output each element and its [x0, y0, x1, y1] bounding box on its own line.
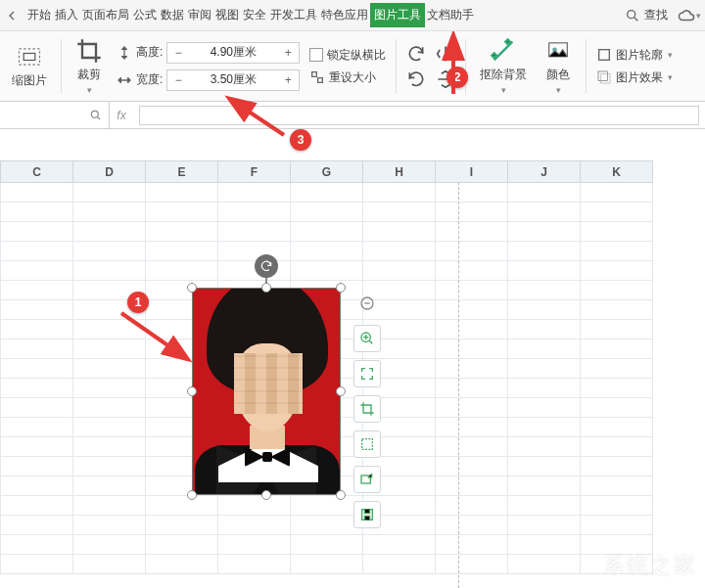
width-spinner[interactable]: − +: [166, 69, 300, 91]
resize-handle-ml[interactable]: [187, 386, 197, 396]
outline-label: 图片轮廓: [616, 47, 663, 64]
svg-rect-1: [20, 49, 40, 65]
resize-handle-br[interactable]: [336, 490, 346, 500]
width-increase-button[interactable]: +: [277, 70, 299, 90]
menu-start[interactable]: 开始: [25, 3, 53, 27]
menu-security[interactable]: 安全: [241, 3, 268, 27]
floating-image-toolbar: [352, 290, 382, 528]
height-spinner[interactable]: − +: [166, 42, 300, 64]
menu-view[interactable]: 视图: [213, 3, 241, 27]
remove-bg-label: 抠除背景: [480, 67, 527, 83]
lock-aspect-label: 锁定纵横比: [327, 47, 386, 64]
id-photo: [192, 288, 341, 495]
height-decrease-button[interactable]: −: [167, 43, 189, 63]
col-header[interactable]: K: [581, 161, 653, 183]
zoom-out-button[interactable]: [353, 290, 381, 317]
menu-data[interactable]: 数据: [159, 3, 186, 27]
selected-image[interactable]: [192, 288, 341, 495]
rotate-handle[interactable]: [255, 254, 278, 278]
svg-rect-2: [24, 54, 35, 61]
menu-review[interactable]: 审阅: [186, 3, 213, 27]
resize-handle-bl[interactable]: [187, 490, 197, 500]
width-icon: [117, 72, 132, 88]
menu-devtools[interactable]: 开发工具: [268, 3, 319, 27]
annotation-callout-3: 3: [290, 129, 311, 151]
svg-rect-6: [598, 71, 607, 80]
rotate-left-icon[interactable]: [406, 69, 426, 89]
height-label: 高度:: [136, 44, 163, 61]
resize-handle-tr[interactable]: [336, 283, 346, 293]
col-header[interactable]: D: [73, 161, 146, 183]
picture-effects-button[interactable]: 图片效果▾: [596, 69, 673, 86]
reset-size-icon: [309, 69, 325, 85]
height-input[interactable]: [189, 46, 277, 60]
rotate-right-icon[interactable]: [406, 44, 426, 64]
menu-dochelper[interactable]: 文档助手: [425, 3, 476, 27]
menu-special[interactable]: 特色应用: [319, 3, 370, 27]
cloud-dropdown-icon[interactable]: ▾: [696, 11, 701, 21]
search-small-icon: [89, 109, 103, 122]
annotation-arrow-3: [223, 94, 292, 141]
search-label: 查找: [644, 7, 668, 23]
compress-image-button[interactable]: 缩图片: [8, 41, 51, 91]
svg-rect-7: [601, 74, 610, 83]
col-header[interactable]: H: [363, 161, 436, 183]
crop-label: 裁剪: [77, 67, 101, 83]
effects-label: 图片效果: [616, 69, 663, 86]
resize-handle-bm[interactable]: [261, 490, 271, 500]
crop-icon: [75, 37, 103, 65]
menu-pagelayout[interactable]: 页面布局: [80, 3, 131, 27]
resize-handle-mr[interactable]: [336, 386, 346, 396]
reset-size-button[interactable]: 重设大小: [309, 69, 386, 86]
search-button[interactable]: 查找: [625, 7, 668, 23]
width-decrease-button[interactable]: −: [167, 70, 189, 90]
remove-background-button[interactable]: 抠除背景▾: [476, 35, 531, 97]
chevron-left-icon[interactable]: [4, 8, 20, 23]
col-header[interactable]: F: [218, 161, 291, 183]
name-box[interactable]: [0, 102, 110, 128]
magic-wand-icon: [490, 37, 517, 65]
save-image-button[interactable]: [353, 501, 381, 528]
svg-rect-11: [362, 439, 373, 450]
width-label: 宽度:: [136, 71, 163, 88]
color-palette-icon: [544, 37, 572, 65]
checkbox-icon: [309, 48, 323, 62]
menu-formula[interactable]: 公式: [131, 3, 159, 27]
replace-image-button[interactable]: [353, 466, 381, 493]
zoom-in-button[interactable]: [353, 325, 381, 352]
compress-label: 缩图片: [12, 72, 47, 89]
formula-bar: fx: [0, 102, 705, 129]
col-header[interactable]: C: [1, 161, 73, 183]
annotation-callout-1: 1: [127, 292, 149, 313]
fx-icon[interactable]: fx: [110, 109, 133, 122]
menu-bar: 开始 插入 页面布局 公式 数据 审阅 视图 安全 开发工具 特色应用 图片工具…: [0, 0, 705, 31]
lock-aspect-checkbox[interactable]: 锁定纵横比: [309, 47, 386, 64]
ribbon: 缩图片 裁剪▾ 高度: − + 宽度: − + 锁定纵横: [0, 31, 705, 102]
crop-mini-button[interactable]: [353, 395, 381, 423]
cloud-icon[interactable]: [678, 7, 695, 24]
crop-button[interactable]: 裁剪▾: [71, 35, 107, 97]
resize-handle-tm[interactable]: [261, 283, 271, 293]
color-button[interactable]: 颜色▾: [540, 35, 576, 97]
col-header[interactable]: J: [508, 161, 581, 183]
select-area-button[interactable]: [353, 430, 381, 458]
menu-insert[interactable]: 插入: [53, 3, 80, 27]
compress-icon: [16, 43, 43, 70]
fit-button[interactable]: [353, 360, 381, 387]
col-header[interactable]: E: [146, 161, 218, 183]
page-break-line: [458, 182, 459, 588]
menu-picturetools[interactable]: 图片工具: [370, 3, 425, 27]
col-header[interactable]: I: [436, 161, 508, 183]
annotation-arrow-tab: [439, 31, 468, 100]
svg-point-8: [91, 111, 98, 117]
search-icon: [625, 8, 640, 23]
col-header[interactable]: G: [291, 161, 363, 183]
resize-handle-tl[interactable]: [187, 283, 197, 293]
reset-size-label: 重设大小: [329, 69, 376, 86]
svg-rect-5: [599, 50, 610, 61]
picture-outline-button[interactable]: 图片轮廓▾: [596, 47, 673, 64]
height-increase-button[interactable]: +: [277, 43, 299, 63]
outline-icon: [596, 47, 612, 63]
width-input[interactable]: [189, 73, 277, 87]
svg-line-14: [121, 313, 186, 358]
